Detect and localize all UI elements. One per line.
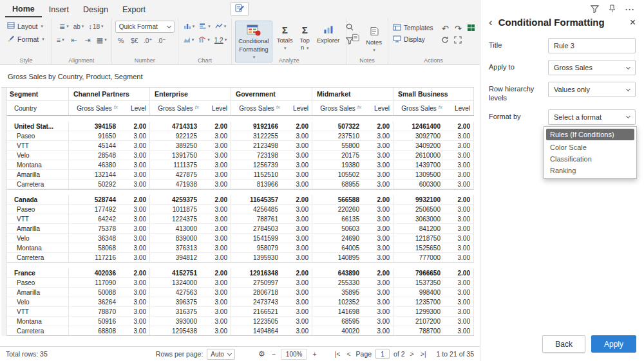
level-column-header[interactable]: Level	[120, 101, 149, 115]
table-row[interactable]: Velo285483.0013917503.007231983.00201753…	[7, 151, 474, 160]
fullscreen-button[interactable]	[453, 35, 464, 46]
apply-button[interactable]: Apply	[591, 335, 636, 353]
table-row[interactable]: Amarilla1321443.004278753.0011525103.001…	[7, 170, 474, 180]
previous-page-button[interactable]: <	[345, 350, 352, 358]
column-group-header[interactable]: Government	[231, 88, 312, 100]
indent-button[interactable]: ⇥	[82, 34, 93, 46]
zoom-in-button[interactable]: +	[311, 350, 317, 358]
format-option[interactable]: Rules (If Conditions)	[546, 129, 634, 140]
table-row[interactable]: VTT642423.0012243753.007887613.00661353.…	[7, 214, 474, 224]
column-group-header[interactable]: Channel Partners	[68, 88, 149, 100]
wrap-text-button[interactable]: ab▾	[72, 21, 86, 32]
column-chart-button[interactable]: ▾	[182, 21, 196, 32]
table-row[interactable]: Canada5287442.0042593752.00116453572.005…	[7, 195, 474, 205]
close-icon[interactable]: ×	[630, 17, 636, 28]
table-row[interactable]: Montana463803.0011113753.0012567393.0019…	[7, 160, 474, 170]
table-row[interactable]: VTT451443.003892503.0021234983.00558003.…	[7, 141, 474, 151]
format-by-select[interactable]: Select a format	[548, 109, 636, 125]
totals-button[interactable]: Σ Totals ▾	[274, 21, 296, 53]
level-column-header[interactable]: Level	[283, 101, 312, 115]
page-number-input[interactable]	[375, 349, 390, 359]
top-n-button[interactable]: Σ Top n ▾	[298, 21, 312, 53]
conditional-formatting-button[interactable]: Conditional Formatting ▾	[235, 21, 272, 62]
gross-sales-column-header[interactable]: Gross Salesfx	[312, 101, 364, 115]
tab-export[interactable]: Export	[115, 1, 153, 17]
undo-button[interactable]: ↶	[440, 23, 451, 33]
bar-chart-button[interactable]: ▾	[198, 21, 212, 32]
templates-button[interactable]: Templates	[392, 23, 435, 33]
format-menu-button[interactable]: Format▾	[5, 33, 47, 44]
more-options-icon[interactable]: ···	[625, 5, 635, 14]
column-group-header[interactable]: Enterprise	[149, 88, 231, 100]
borders-button[interactable]: ▦▾	[95, 34, 108, 46]
last-page-button[interactable]: >|	[419, 350, 428, 358]
format-option[interactable]: Color Scale	[544, 142, 636, 153]
gross-sales-column-header[interactable]: Gross Salesfx	[231, 101, 283, 115]
redo-button[interactable]: ↷	[453, 23, 464, 33]
tab-home[interactable]: Home	[5, 1, 42, 17]
notes-button[interactable]: Notes ▾	[363, 23, 384, 55]
currency-format-button[interactable]: $€	[129, 35, 140, 46]
title-input[interactable]	[548, 38, 636, 53]
table-row[interactable]: France4020362.0041527512.00129163482.006…	[7, 268, 474, 278]
table-row[interactable]: VTT788703.003163753.0021665213.001416983…	[7, 307, 474, 317]
table-row[interactable]: Carretera502923.004719383.008139663.0068…	[7, 180, 474, 189]
decrease-decimal-button[interactable]: .0⁻	[156, 35, 167, 46]
table-row[interactable]: Velo362643.003963753.0024737433.00102352…	[7, 297, 474, 307]
table-row[interactable]: Carretera1172163.003948123.0013959303.00…	[7, 253, 474, 263]
display-button[interactable]: Display	[392, 35, 426, 44]
layout-menu-button[interactable]: Layout▾	[5, 21, 46, 32]
align-justify-button[interactable]: ≡▾	[55, 34, 66, 46]
export-excel-button[interactable]	[466, 23, 477, 33]
zoom-out-button[interactable]: −	[270, 350, 277, 358]
panel-back-icon[interactable]: ‹	[489, 17, 493, 28]
table-row[interactable]: Amarilla500883.004275633.0028067183.0035…	[7, 288, 474, 297]
tab-design[interactable]: Design	[76, 1, 115, 17]
rows-per-page-select[interactable]: Auto	[207, 349, 235, 360]
first-page-button[interactable]: |<	[334, 350, 342, 358]
align-left-button[interactable]: ≣▾	[58, 21, 70, 32]
apply-to-select[interactable]: Gross Sales	[548, 60, 636, 75]
table-row[interactable]: Paseo1774923.0010118753.0042564853.00220…	[7, 205, 474, 214]
table-row[interactable]: Carretera688083.0012954383.0014948643.00…	[7, 326, 474, 336]
combo-chart-button[interactable]: ▾	[197, 34, 211, 46]
add-note-button[interactable]	[350, 33, 361, 44]
quick-format-select[interactable]: Quick Format	[115, 21, 175, 33]
area-chart-button[interactable]: ▾	[182, 34, 196, 46]
country-header[interactable]: Country	[7, 101, 68, 115]
format-option[interactable]: Ranking	[544, 165, 636, 176]
outdent-button[interactable]: ⇤	[68, 34, 80, 46]
back-button[interactable]: Back	[542, 335, 585, 353]
gross-sales-column-header[interactable]: Gross Salesfx	[149, 101, 202, 115]
increase-decimal-button[interactable]: .0⁺	[142, 35, 154, 46]
chart-decimal-button[interactable]: 1.2▾	[213, 34, 228, 46]
table-row[interactable]: Montana580683.003763133.009580793.006400…	[7, 243, 474, 253]
gross-sales-column-header[interactable]: Gross Salesfx	[68, 101, 120, 115]
table-row[interactable]: Paseo1170903.0013240003.0027509973.00255…	[7, 278, 474, 288]
segment-header[interactable]: Segment	[7, 88, 68, 100]
settings-button[interactable]: ⚙	[257, 349, 267, 358]
edit-mode-button[interactable]	[231, 2, 249, 16]
pin-icon[interactable]	[609, 4, 616, 15]
format-option[interactable]: Classification	[544, 153, 636, 165]
refresh-button[interactable]	[440, 35, 451, 46]
row-height-button[interactable]: ↕18▾	[87, 21, 104, 32]
column-group-header[interactable]: Small Business	[393, 88, 474, 100]
filter-icon[interactable]	[591, 4, 599, 15]
row-hierarchy-select[interactable]: Values only	[548, 82, 636, 97]
table-row[interactable]: United Stat...3941582.0047143132.0091921…	[7, 122, 474, 131]
column-group-header[interactable]: Midmarket	[312, 88, 393, 100]
table-row[interactable]: Velo363483.008390003.0015415993.00246903…	[7, 234, 474, 243]
explorer-button[interactable]: Explorer	[314, 21, 342, 46]
table-row[interactable]: Amarilla753783.004130003.0027845033.0050…	[7, 224, 474, 234]
level-column-header[interactable]: Level	[202, 101, 231, 115]
table-row[interactable]: Montana509163.003930003.0012235053.00685…	[7, 317, 474, 326]
level-column-header[interactable]: Level	[364, 101, 393, 115]
percent-format-button[interactable]: %	[115, 35, 127, 46]
next-page-button[interactable]: >	[409, 350, 415, 358]
level-column-header[interactable]: Level	[445, 101, 474, 115]
tab-insert[interactable]: Insert	[42, 1, 76, 17]
table-row[interactable]: Paseo916503.009221253.0031222553.0023751…	[7, 131, 474, 141]
line-chart-button[interactable]: ▾	[214, 21, 228, 32]
gross-sales-column-header[interactable]: Gross Salesfx	[393, 101, 445, 115]
